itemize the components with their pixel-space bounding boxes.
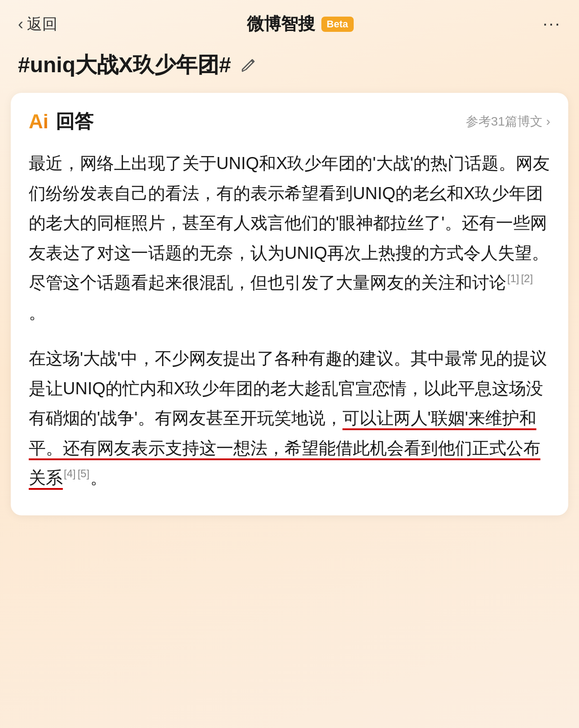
ref-1: [1]: [507, 269, 519, 288]
answer-card: Ai 回答 参考31篇博文 › 最近，网络上出现了关于UNIQ和X玖少年团的'大…: [11, 93, 568, 515]
back-button[interactable]: ‹ 返回: [18, 14, 57, 35]
answer-body: 最近，网络上出现了关于UNIQ和X玖少年团的'大战'的热门话题。网友们纷纷发表自…: [29, 148, 550, 493]
page-title: #uniq大战X玖少年团#: [18, 51, 231, 79]
ref-2: [2]: [521, 269, 533, 288]
paragraph-1: 最近，网络上出现了关于UNIQ和X玖少年团的'大战'的热门话题。网友们纷纷发表自…: [29, 148, 550, 327]
ref-link[interactable]: 参考31篇博文 ›: [466, 113, 550, 130]
edit-icon[interactable]: [239, 56, 258, 74]
chevron-left-icon: ‹: [18, 15, 23, 34]
nav-title-area: 微博智搜 Beta: [247, 13, 354, 35]
paragraph-2-end: 。: [90, 468, 107, 487]
answer-label: 回答: [56, 109, 93, 134]
paragraph-1-text: 最近，网络上出现了关于UNIQ和X玖少年团的'大战'的热门话题。网友们纷纷发表自…: [29, 154, 550, 292]
nav-bar: ‹ 返回 微博智搜 Beta ···: [0, 0, 579, 44]
answer-header: Ai 回答 参考31篇博文 ›: [29, 109, 550, 134]
page-title-section: #uniq大战X玖少年团#: [0, 44, 579, 93]
more-button[interactable]: ···: [543, 14, 561, 34]
back-label: 返回: [27, 14, 57, 35]
beta-badge: Beta: [321, 17, 354, 32]
ai-logo: Ai: [29, 112, 48, 131]
nav-title: 微博智搜: [247, 13, 315, 35]
ref-4: [4]: [64, 464, 76, 483]
ref-5: [5]: [78, 464, 90, 483]
answer-header-left: Ai 回答: [29, 109, 93, 134]
paragraph-2: 在这场'大战'中，不少网友提出了各种有趣的建议。其中最常见的提议是让UNIQ的忙…: [29, 344, 550, 493]
